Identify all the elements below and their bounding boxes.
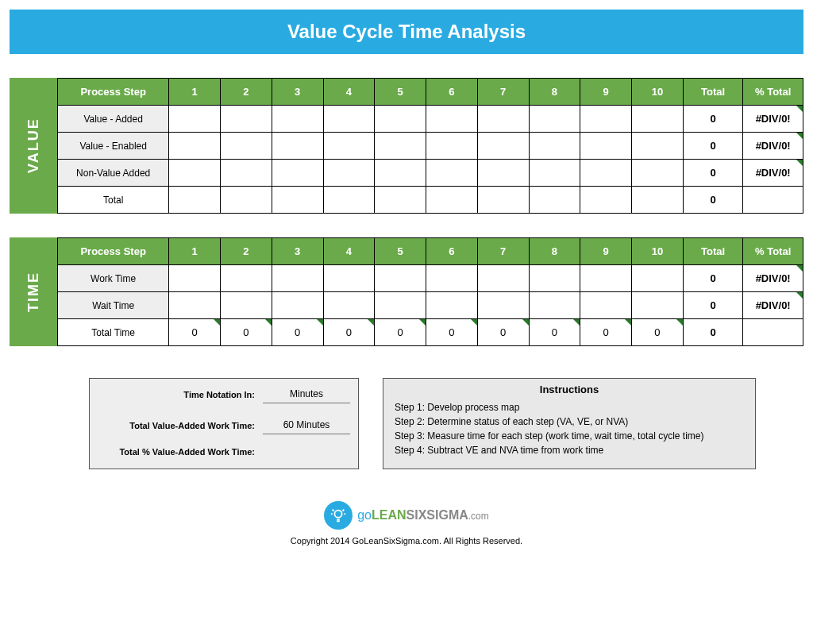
data-cell[interactable]	[272, 133, 323, 160]
data-cell[interactable]	[169, 133, 221, 160]
data-cell[interactable]	[169, 187, 221, 214]
data-cell[interactable]	[529, 187, 580, 214]
pct-cell	[743, 319, 803, 346]
data-cell[interactable]	[323, 187, 375, 214]
data-cell[interactable]	[580, 106, 632, 133]
data-cell[interactable]	[477, 106, 529, 133]
data-cell[interactable]: 0	[272, 319, 323, 346]
column-header: Process Step	[58, 238, 169, 265]
data-cell[interactable]	[632, 187, 684, 214]
data-cell[interactable]	[272, 265, 323, 292]
instruction-step: Step 4: Subtract VE and NVA time from wo…	[395, 443, 744, 457]
data-cell[interactable]	[375, 292, 426, 319]
data-cell[interactable]	[221, 133, 272, 160]
row-label: Non-Value Added	[58, 160, 169, 187]
data-cell[interactable]	[169, 265, 221, 292]
column-header: 9	[580, 79, 632, 106]
notation-value: Minutes	[263, 385, 350, 403]
row-label: Total	[58, 187, 169, 214]
data-cell[interactable]: 0	[426, 319, 478, 346]
data-cell[interactable]	[375, 187, 426, 214]
total-va-value: 60 Minutes	[263, 416, 350, 434]
data-cell[interactable]	[375, 265, 426, 292]
total-cell: 0	[683, 160, 743, 187]
data-cell[interactable]	[323, 265, 375, 292]
data-cell[interactable]: 0	[323, 319, 375, 346]
column-header: 7	[477, 238, 529, 265]
data-cell[interactable]	[632, 160, 684, 187]
data-cell[interactable]	[426, 160, 478, 187]
data-cell[interactable]	[221, 160, 272, 187]
data-cell[interactable]	[477, 160, 529, 187]
data-cell[interactable]	[221, 265, 272, 292]
data-cell[interactable]	[580, 292, 632, 319]
column-header: 1	[169, 238, 221, 265]
data-cell[interactable]	[580, 265, 632, 292]
data-cell[interactable]	[529, 292, 580, 319]
column-header: 2	[221, 238, 272, 265]
instruction-step: Step 1: Develop process map	[395, 400, 744, 415]
row-label: Wait Time	[58, 292, 169, 319]
lower-panels: Time Notation In: Minutes Total Value-Ad…	[10, 370, 803, 485]
data-cell[interactable]	[580, 160, 632, 187]
data-cell[interactable]: 0	[529, 319, 580, 346]
column-header: Process Step	[58, 79, 169, 106]
data-cell[interactable]	[375, 106, 426, 133]
data-cell[interactable]: 0	[477, 319, 529, 346]
data-cell[interactable]	[529, 106, 580, 133]
data-cell[interactable]: 0	[221, 319, 272, 346]
data-cell[interactable]	[529, 133, 580, 160]
data-cell[interactable]	[323, 292, 375, 319]
data-cell[interactable]	[375, 133, 426, 160]
section-block: TIMEProcess Step12345678910Total% TotalW…	[10, 237, 803, 346]
data-cell[interactable]	[477, 265, 529, 292]
data-cell[interactable]	[426, 106, 478, 133]
column-header: 4	[323, 238, 375, 265]
data-cell[interactable]	[632, 133, 684, 160]
data-cell[interactable]	[221, 187, 272, 214]
data-cell[interactable]	[221, 292, 272, 319]
data-cell[interactable]	[169, 160, 221, 187]
data-cell[interactable]	[272, 106, 323, 133]
data-cell[interactable]	[477, 133, 529, 160]
data-cell[interactable]	[375, 160, 426, 187]
data-cell[interactable]	[272, 160, 323, 187]
section-label: VALUE	[10, 78, 57, 214]
data-cell[interactable]	[323, 133, 375, 160]
data-cell[interactable]	[426, 292, 478, 319]
data-cell[interactable]	[221, 106, 272, 133]
data-cell[interactable]	[477, 187, 529, 214]
data-cell[interactable]	[272, 187, 323, 214]
data-cell[interactable]	[477, 292, 529, 319]
column-header: Total	[683, 79, 743, 106]
column-header: 6	[426, 238, 478, 265]
data-cell[interactable]	[272, 292, 323, 319]
column-header: 8	[529, 238, 580, 265]
data-cell[interactable]	[426, 265, 478, 292]
data-cell[interactable]	[169, 106, 221, 133]
data-cell[interactable]: 0	[580, 319, 632, 346]
column-header: 10	[632, 238, 684, 265]
data-cell[interactable]	[426, 187, 478, 214]
data-cell[interactable]	[323, 106, 375, 133]
data-table: Process Step12345678910Total% TotalValue…	[57, 78, 803, 214]
data-cell[interactable]: 0	[632, 319, 684, 346]
data-cell[interactable]	[529, 160, 580, 187]
data-cell[interactable]: 0	[375, 319, 426, 346]
data-cell[interactable]	[580, 187, 632, 214]
data-cell[interactable]	[169, 292, 221, 319]
data-cell[interactable]: 0	[169, 319, 221, 346]
column-header: 2	[221, 79, 272, 106]
data-cell[interactable]	[580, 133, 632, 160]
data-cell[interactable]	[323, 160, 375, 187]
data-cell[interactable]	[632, 292, 684, 319]
logo-lean: LEAN	[372, 508, 406, 522]
data-cell[interactable]	[529, 265, 580, 292]
svg-point-0	[335, 511, 342, 518]
data-cell[interactable]	[632, 106, 684, 133]
data-cell[interactable]	[632, 265, 684, 292]
section-block: VALUEProcess Step12345678910Total% Total…	[10, 78, 803, 214]
data-cell[interactable]	[426, 133, 478, 160]
column-header: 8	[529, 79, 580, 106]
data-table: Process Step12345678910Total% TotalWork …	[57, 237, 803, 346]
